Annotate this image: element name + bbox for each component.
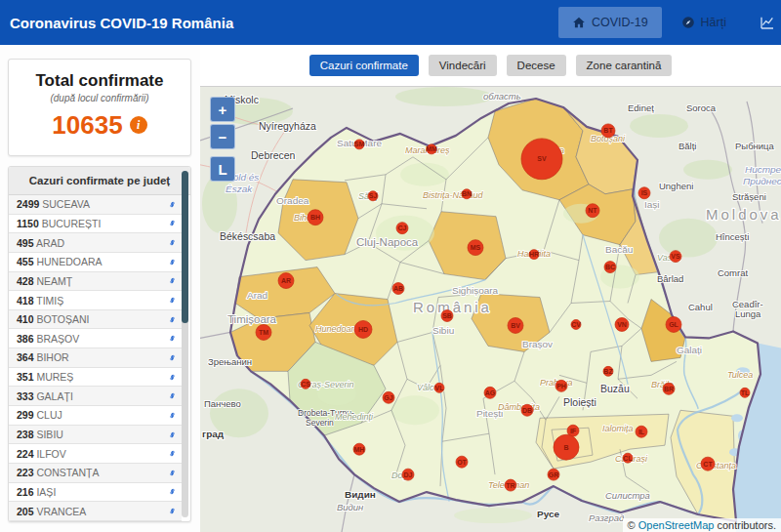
case-marker-BH[interactable] — [308, 210, 323, 225]
list-item[interactable]: 205 VRANCEA — [9, 502, 182, 521]
link-icon[interactable] — [167, 314, 178, 325]
list-item[interactable]: 2499 SUCEAVA — [9, 195, 182, 215]
link-icon[interactable] — [167, 295, 178, 306]
map[interactable]: MiskolcNyíregyházaDebrecenAlföld ésÉszak… — [200, 86, 781, 532]
case-marker-GL[interactable] — [666, 316, 681, 332]
case-marker-OT[interactable] — [456, 456, 468, 468]
tab-vindecari[interactable]: Vindecări — [429, 55, 497, 76]
map-label: Timișoara — [227, 313, 277, 325]
case-marker-BZ[interactable] — [603, 366, 613, 376]
map-label: Видин — [337, 502, 364, 512]
county-name: TIMIȘ — [36, 295, 63, 307]
case-marker-IL[interactable] — [636, 426, 647, 437]
map-label: Lunga — [735, 308, 761, 319]
case-marker-HD[interactable] — [354, 320, 372, 338]
link-icon[interactable] — [167, 486, 178, 497]
link-icon[interactable] — [167, 237, 178, 248]
list-item[interactable]: 223 CONSTANȚA — [9, 464, 182, 483]
list-item[interactable]: 1150 BUCUREȘTI — [9, 215, 182, 234]
county-count: 351 — [17, 371, 34, 383]
list-item[interactable]: 410 BOTOȘANI — [9, 310, 182, 330]
county-name: SIBIU — [36, 429, 62, 440]
case-marker-AR[interactable] — [278, 273, 294, 289]
link-icon[interactable] — [167, 199, 178, 210]
case-marker-BR[interactable] — [663, 383, 675, 394]
case-marker-CL[interactable] — [623, 453, 633, 463]
link-icon[interactable] — [167, 372, 178, 383]
case-marker-NT[interactable] — [586, 204, 599, 218]
county-count: 1150 — [17, 218, 39, 229]
list-item[interactable]: 351 MUREȘ — [9, 368, 182, 388]
map-label: Severin — [306, 418, 334, 428]
case-marker-GR[interactable] — [548, 469, 559, 480]
list-item[interactable]: 418 TIMIȘ — [9, 291, 182, 310]
case-marker-GJ[interactable] — [383, 391, 394, 403]
list-item[interactable]: 428 NEAMȚ — [9, 272, 182, 292]
case-marker-MS[interactable] — [468, 240, 483, 256]
map-label: Ialomița — [602, 424, 634, 433]
list-item[interactable]: 299 CLUJ — [9, 406, 182, 426]
case-marker-BN[interactable] — [462, 189, 472, 199]
case-marker-DJ[interactable] — [402, 469, 414, 480]
case-marker-TL[interactable] — [740, 388, 750, 397]
link-icon[interactable] — [167, 390, 178, 401]
case-marker-AB[interactable] — [392, 283, 404, 295]
list-item[interactable]: 386 BRAȘOV — [9, 329, 182, 348]
case-marker-TR[interactable] — [505, 479, 516, 491]
link-icon[interactable] — [167, 275, 178, 286]
link-icon[interactable] — [167, 257, 178, 267]
case-marker-IS[interactable] — [638, 187, 650, 199]
case-marker-BV[interactable] — [508, 317, 523, 333]
info-icon[interactable]: i — [130, 116, 147, 134]
case-marker-PH[interactable] — [555, 380, 567, 391]
case-marker-VS[interactable] — [670, 251, 681, 263]
case-marker-SB[interactable] — [441, 309, 453, 321]
list-item[interactable]: 455 HUNEDOARA — [9, 253, 182, 272]
case-marker-CV[interactable] — [571, 319, 581, 329]
list-item[interactable]: 495 ARAD — [9, 233, 182, 253]
layers-button[interactable]: L — [210, 156, 235, 182]
case-marker-BT[interactable] — [601, 124, 615, 138]
case-marker-VL[interactable] — [434, 383, 444, 392]
case-marker-BC[interactable] — [604, 262, 616, 273]
link-icon[interactable] — [167, 448, 178, 459]
link-icon[interactable] — [167, 506, 178, 516]
list-item[interactable]: 364 BIHOR — [9, 348, 182, 368]
link-icon[interactable] — [167, 410, 178, 421]
link-icon[interactable] — [167, 218, 178, 228]
case-marker-CS[interactable] — [301, 379, 310, 389]
tab-cazuri-confirmate[interactable]: Cazuri confirmate — [309, 55, 419, 76]
nav-item-chart[interactable] — [746, 6, 781, 39]
case-marker-SV[interactable] — [521, 139, 562, 180]
case-marker-B[interactable] — [554, 434, 579, 460]
case-marker-SM[interactable] — [354, 140, 364, 149]
county-list-scrollbar[interactable] — [182, 171, 188, 517]
tab-zone-carantina[interactable]: Zone carantină — [576, 55, 673, 76]
link-icon[interactable] — [167, 430, 178, 440]
nav-item-harti[interactable]: Hărți — [668, 7, 740, 38]
list-item[interactable]: 333 GALAȚI — [9, 387, 182, 406]
tab-decese[interactable]: Decese — [507, 55, 566, 76]
zoom-out-button[interactable]: − — [210, 124, 235, 149]
case-marker-VN[interactable] — [615, 317, 629, 331]
case-marker-SJ[interactable] — [368, 191, 378, 201]
scrollbar-thumb[interactable] — [182, 171, 188, 323]
zoom-in-button[interactable]: + — [210, 97, 235, 122]
list-item[interactable]: 216 IAȘI — [9, 483, 182, 503]
case-marker-AG[interactable] — [484, 387, 496, 398]
osm-link[interactable]: OpenStreetMap — [638, 519, 715, 531]
case-marker-MM[interactable] — [427, 144, 436, 154]
county-count: 428 — [17, 275, 34, 287]
list-item[interactable]: 238 SIBIU — [9, 426, 182, 445]
case-marker-HR[interactable] — [529, 250, 539, 260]
case-marker-TM[interactable] — [256, 324, 271, 340]
case-marker-DB[interactable] — [521, 404, 533, 416]
nav-item-covid19[interactable]: COVID-19 — [558, 7, 662, 38]
link-icon[interactable] — [167, 333, 178, 344]
case-marker-CT[interactable] — [701, 457, 715, 471]
link-icon[interactable] — [167, 352, 178, 363]
link-icon[interactable] — [167, 468, 178, 478]
case-marker-CJ[interactable] — [396, 223, 408, 234]
case-marker-MH[interactable] — [353, 443, 365, 455]
list-item[interactable]: 224 ILFOV — [9, 444, 182, 464]
